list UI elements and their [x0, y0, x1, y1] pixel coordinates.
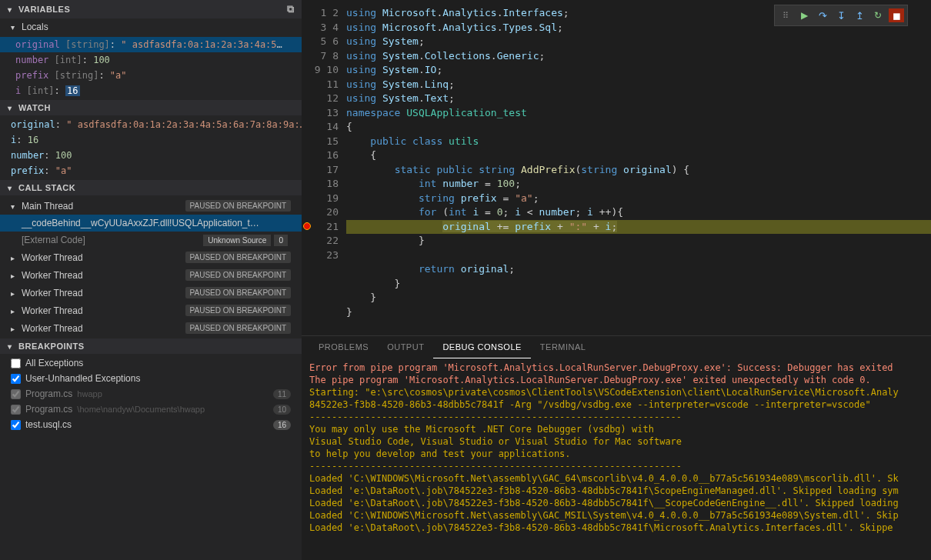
breakpoint-row[interactable]: Program.cs\home\nandyw\Documents\hwapp10 — [0, 402, 302, 417]
console-line: to help you develop and test your applic… — [309, 448, 923, 460]
stack-frame-external[interactable]: [External Code]Unknown Source0 — [0, 232, 302, 248]
step-into-button[interactable]: ↧ — [832, 7, 850, 24]
code-content[interactable]: using Microsoft.Analytics.Interfaces; us… — [346, 0, 931, 335]
watch-row[interactable]: number: 100 — [0, 148, 302, 163]
variables-header[interactable]: ▾VARIABLES ⧉ — [0, 0, 302, 18]
debug-toolbar[interactable]: ⠿ ▶ ↷ ↧ ↥ ↻ ◼ — [774, 5, 908, 26]
bp-checkbox[interactable] — [11, 374, 21, 384]
variable-row[interactable]: prefix [string]: "a" — [0, 68, 302, 83]
callstack-header[interactable]: ▾CALL STACK — [0, 180, 302, 195]
console-line: Loaded 'e:\DataRoot\.job\784522e3-f3b8-4… — [309, 497, 923, 509]
console-line: ----------------------------------------… — [309, 460, 923, 472]
variables-title: VARIABLES — [18, 5, 70, 14]
bottom-panel-tabs: PROBLEMS OUTPUT DEBUG CONSOLE TERMINAL — [302, 335, 931, 358]
watch-body: original: " asdfasdfa:0a:1a:2a:3a:4a:5a:… — [0, 115, 302, 180]
bp-checkbox[interactable] — [11, 358, 21, 368]
console-line: Visual Studio Code, Visual Studio or Vis… — [309, 435, 923, 448]
thread-worker[interactable]: ▸Worker ThreadPAUSED ON BREAKPOINT — [0, 266, 302, 284]
breakpoint-row[interactable]: All Exceptions — [0, 355, 302, 371]
tab-problems[interactable]: PROBLEMS — [309, 336, 378, 358]
variable-row[interactable]: original [string]: " asdfasdfa:0a:1a:2a:… — [0, 37, 302, 52]
tab-terminal[interactable]: TERMINAL — [531, 336, 596, 358]
stop-button[interactable]: ◼ — [889, 8, 904, 22]
breakpoint-row[interactable]: User-Unhandled Exceptions — [0, 371, 302, 386]
console-line: You may only use the Microsoft .NET Core… — [309, 423, 923, 435]
watch-row[interactable]: original: " asdfasdfa:0a:1a:2a:3a:4a:5a:… — [0, 117, 302, 132]
watch-title: WATCH — [18, 103, 51, 112]
restart-button[interactable]: ↻ — [869, 7, 887, 24]
variable-row[interactable]: number [int]: 100 — [0, 52, 302, 68]
console-line: Error from pipe program 'Microsoft.Analy… — [309, 362, 923, 374]
tab-debug-console[interactable]: DEBUG CONSOLE — [433, 336, 530, 358]
thread-main[interactable]: ▾Main ThreadPAUSED ON BREAKPOINT — [0, 197, 302, 215]
main-area: ⠿ ▶ ↷ ↧ ↥ ↻ ◼ 1 2 3 4 5 6 7 8 9 10 11 12… — [302, 0, 931, 560]
console-line: The pipe program 'Microsoft.Analytics.Lo… — [309, 374, 923, 386]
variables-body: original [string]: " asdfasdfa:0a:1a:2a:… — [0, 35, 302, 100]
debug-sidebar: ▾VARIABLES ⧉ ▾Locals original [string]: … — [0, 0, 302, 560]
thread-worker[interactable]: ▸Worker ThreadPAUSED ON BREAKPOINT — [0, 302, 302, 319]
console-line: Loaded 'e:\DataRoot\.job\784522e3-f3b8-4… — [309, 522, 923, 534]
paused-badge: PAUSED ON BREAKPOINT — [185, 200, 291, 212]
breakpoint-row[interactable]: Program.cshwapp11 — [0, 386, 302, 402]
console-line: ----------------------------------------… — [309, 411, 923, 423]
code-editor[interactable]: 1 2 3 4 5 6 7 8 9 10 11 12 13 14 15 16 1… — [302, 0, 931, 335]
step-over-button[interactable]: ↷ — [813, 7, 832, 24]
console-line: Loaded 'C:\WINDOWS\Microsoft.Net\assembl… — [309, 472, 923, 485]
breakpoint-icon[interactable] — [303, 222, 311, 230]
watch-row[interactable]: i: 16 — [0, 132, 302, 148]
variable-row[interactable]: i [int]: 16 — [0, 83, 302, 98]
callstack-body: ▾Main ThreadPAUSED ON BREAKPOINT __codeB… — [0, 195, 302, 338]
tab-output[interactable]: OUTPUT — [378, 336, 433, 358]
breakpoints-title: BREAKPOINTS — [18, 342, 85, 351]
debug-console[interactable]: Error from pipe program 'Microsoft.Analy… — [302, 358, 931, 560]
thread-worker[interactable]: ▸Worker ThreadPAUSED ON BREAKPOINT — [0, 284, 302, 302]
drag-handle-icon[interactable]: ⠿ — [776, 7, 795, 24]
breakpoints-header[interactable]: ▾BREAKPOINTS — [0, 338, 302, 354]
console-line: Loaded 'C:\WINDOWS\Microsoft.Net\assembl… — [309, 509, 923, 522]
console-line: Loaded 'e:\DataRoot\.job\784522e3-f3b8-4… — [309, 485, 923, 497]
bp-checkbox[interactable] — [11, 405, 21, 415]
line-gutter: 1 2 3 4 5 6 7 8 9 10 11 12 13 14 15 16 1… — [302, 0, 346, 335]
bp-checkbox[interactable] — [11, 420, 21, 430]
thread-worker[interactable]: ▸Worker ThreadPAUSED ON BREAKPOINT — [0, 248, 302, 266]
watch-row[interactable]: prefix: "a" — [0, 163, 302, 178]
console-line: 84522e3-f3b8-4520-86b3-48dbb5c7841f -Arg… — [309, 398, 923, 411]
locals-section[interactable]: ▾Locals — [0, 18, 302, 35]
watch-header[interactable]: ▾WATCH — [0, 100, 302, 115]
step-out-button[interactable]: ↥ — [850, 7, 869, 24]
console-line: Starting: "e:\src\cosmos\private\cosmos\… — [309, 386, 923, 398]
copy-icon[interactable]: ⧉ — [287, 3, 295, 15]
callstack-title: CALL STACK — [18, 183, 75, 192]
bp-checkbox[interactable] — [11, 389, 21, 399]
continue-button[interactable]: ▶ — [795, 7, 813, 24]
thread-worker[interactable]: ▸Worker ThreadPAUSED ON BREAKPOINT — [0, 319, 302, 337]
breakpoint-row[interactable]: test.usql.cs16 — [0, 417, 302, 432]
stack-frame[interactable]: __codeBehind__wCyUUaAxxZJF.dll!USQLAppli… — [0, 215, 302, 232]
breakpoints-body: All Exceptions User-Unhandled Exceptions… — [0, 354, 302, 434]
